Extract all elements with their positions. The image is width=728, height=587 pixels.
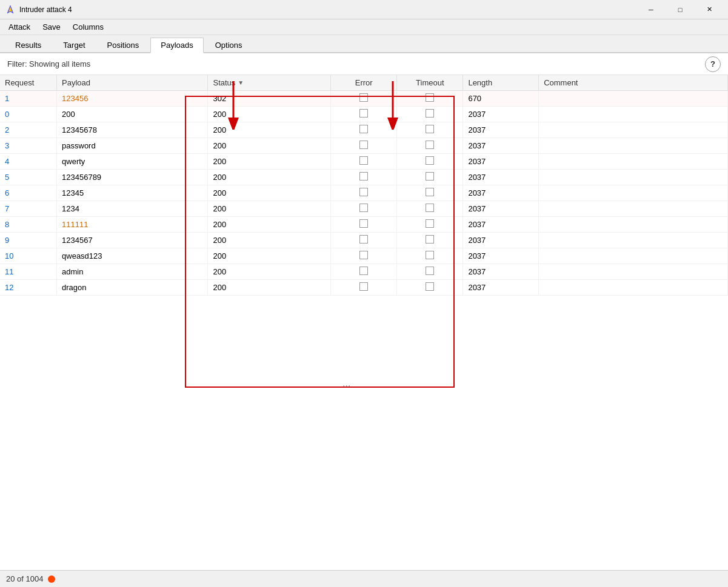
- cell-request: 8: [0, 217, 57, 233]
- timeout-checkbox: [426, 188, 434, 196]
- cell-error: [331, 248, 397, 264]
- cell-timeout: [397, 170, 463, 185]
- cell-comment: [539, 201, 728, 217]
- table-row[interactable]: 712342002037: [0, 201, 728, 217]
- menu-columns[interactable]: Columns: [67, 21, 110, 33]
- error-checkbox: [359, 251, 368, 259]
- col-header-payload[interactable]: Payload: [57, 75, 208, 91]
- cell-payload: 123456789: [57, 170, 208, 185]
- cell-length: 2037: [463, 248, 539, 264]
- table-row[interactable]: 912345672002037: [0, 233, 728, 248]
- close-button[interactable]: ✕: [695, 0, 723, 19]
- cell-length: 2037: [463, 138, 539, 154]
- table-row[interactable]: 51234567892002037: [0, 170, 728, 185]
- cell-status: 200: [208, 201, 331, 217]
- tab-options[interactable]: Options: [205, 38, 253, 52]
- col-header-length[interactable]: Length: [463, 75, 539, 91]
- cell-timeout: [397, 217, 463, 233]
- cell-status: 200: [208, 154, 331, 170]
- cell-status: 200: [208, 248, 331, 264]
- col-header-request[interactable]: Request: [0, 75, 57, 91]
- cell-request: 6: [0, 185, 57, 201]
- table-row[interactable]: 3password2002037: [0, 138, 728, 154]
- cell-length: 2037: [463, 154, 539, 170]
- table-row[interactable]: 12dragon2002037: [0, 280, 728, 296]
- cell-error: [331, 264, 397, 280]
- cell-status: 200: [208, 170, 331, 185]
- table-row[interactable]: 11admin2002037: [0, 264, 728, 280]
- cell-request: 4: [0, 154, 57, 170]
- cell-error: [331, 217, 397, 233]
- status-bar: 20 of 1004: [0, 570, 728, 587]
- table-body: 1123456302670020020020372123456782002037…: [0, 91, 728, 296]
- cell-length: 2037: [463, 122, 539, 138]
- error-checkbox: [359, 267, 368, 275]
- cell-status: 200: [208, 138, 331, 154]
- cell-length: 2037: [463, 107, 539, 122]
- timeout-checkbox: [426, 172, 434, 181]
- timeout-checkbox: [426, 219, 434, 228]
- timeout-checkbox: [426, 282, 434, 291]
- cell-request: 12: [0, 280, 57, 296]
- tab-payloads[interactable]: Payloads: [150, 38, 203, 53]
- menu-attack[interactable]: Attack: [2, 21, 36, 33]
- tab-results[interactable]: Results: [5, 38, 52, 52]
- table-row[interactable]: 10qweasd1232002037: [0, 248, 728, 264]
- table-row[interactable]: 1123456302670: [0, 91, 728, 107]
- error-checkbox: [359, 219, 368, 228]
- cell-comment: [539, 170, 728, 185]
- cell-comment: [539, 138, 728, 154]
- cell-length: 2037: [463, 201, 539, 217]
- cell-request: 7: [0, 201, 57, 217]
- timeout-checkbox: [426, 109, 434, 118]
- table-container[interactable]: ··· Request Payload Status ▼ Error Timeo…: [0, 75, 728, 570]
- cell-length: 2037: [463, 280, 539, 296]
- cell-error: [331, 122, 397, 138]
- cell-status: 302: [208, 91, 331, 107]
- cell-comment: [539, 217, 728, 233]
- cell-timeout: [397, 185, 463, 201]
- cell-payload: password: [57, 138, 208, 154]
- timeout-checkbox: [426, 204, 434, 212]
- table-row[interactable]: 4qwerty2002037: [0, 154, 728, 170]
- cell-timeout: [397, 248, 463, 264]
- cell-comment: [539, 280, 728, 296]
- col-header-status[interactable]: Status ▼: [208, 75, 331, 91]
- cell-length: 670: [463, 91, 539, 107]
- menu-save[interactable]: Save: [36, 21, 67, 33]
- cell-timeout: [397, 280, 463, 296]
- maximize-button[interactable]: □: [666, 0, 694, 19]
- col-header-comment[interactable]: Comment: [539, 75, 728, 91]
- cell-timeout: [397, 122, 463, 138]
- timeout-checkbox: [426, 125, 434, 133]
- help-button[interactable]: ?: [705, 56, 721, 72]
- cell-error: [331, 201, 397, 217]
- sort-arrow-icon: ▼: [238, 79, 244, 86]
- cell-comment: [539, 122, 728, 138]
- table-row[interactable]: 6123452002037: [0, 185, 728, 201]
- cell-comment: [539, 154, 728, 170]
- cell-error: [331, 170, 397, 185]
- error-checkbox: [359, 93, 368, 102]
- tab-target[interactable]: Target: [53, 38, 95, 52]
- col-header-timeout[interactable]: Timeout: [397, 75, 463, 91]
- cell-length: 2037: [463, 185, 539, 201]
- table-row[interactable]: 02002002037: [0, 107, 728, 122]
- cell-error: [331, 185, 397, 201]
- window-title: Intruder attack 4: [19, 5, 637, 14]
- cell-timeout: [397, 201, 463, 217]
- cell-comment: [539, 248, 728, 264]
- table-row[interactable]: 2123456782002037: [0, 122, 728, 138]
- col-header-error[interactable]: Error: [331, 75, 397, 91]
- cell-request: 10: [0, 248, 57, 264]
- more-indicator: ···: [342, 380, 350, 391]
- cell-request: 0: [0, 107, 57, 122]
- cell-timeout: [397, 264, 463, 280]
- cell-status: 200: [208, 122, 331, 138]
- tab-positions[interactable]: Positions: [97, 38, 150, 52]
- status-sort-control[interactable]: Status ▼: [213, 78, 244, 87]
- minimize-button[interactable]: ─: [637, 0, 665, 19]
- error-checkbox: [359, 204, 368, 212]
- table-row[interactable]: 81111112002037: [0, 217, 728, 233]
- cell-payload: admin: [57, 264, 208, 280]
